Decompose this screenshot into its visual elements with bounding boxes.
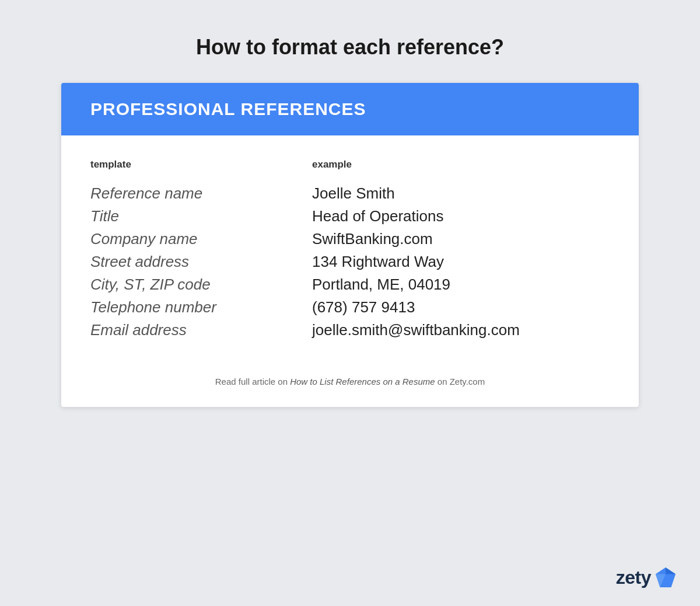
example-cell: SwiftBanking.com [312, 230, 610, 248]
table-row: TitleHead of Operations [90, 205, 610, 228]
page-title: How to format each reference? [196, 35, 504, 60]
card-footer: Read full article on How to List Referen… [61, 359, 639, 407]
template-cell: Company name [90, 230, 312, 248]
example-cell: Joelle Smith [312, 184, 610, 203]
footer-link-text[interactable]: How to List References on a Resume [290, 377, 435, 386]
example-cell: Portland, ME, 04019 [312, 276, 610, 294]
zety-brand-name: zety [616, 567, 651, 588]
svg-marker-1 [666, 567, 676, 574]
template-cell: Email address [90, 321, 312, 339]
example-column-header: example [312, 159, 610, 170]
table-row: Street address134 Rightward Way [90, 250, 610, 273]
template-cell: Reference name [90, 184, 312, 203]
zety-diamond-icon [654, 566, 677, 588]
table-row: Company nameSwiftBanking.com [90, 228, 610, 250]
example-cell: 134 Rightward Way [312, 253, 610, 271]
example-cell: (678) 757 9413 [312, 298, 610, 316]
zety-logo: zety [616, 566, 677, 588]
table-row: Telephone number(678) 757 9413 [90, 296, 610, 319]
table-row: Email addressjoelle.smith@swiftbanking.c… [90, 319, 610, 342]
card-body: template example Reference nameJoelle Sm… [61, 135, 639, 359]
example-cell: Head of Operations [312, 207, 610, 225]
card-header-title: PROFESSIONAL REFERENCES [90, 99, 366, 119]
table-row: City, ST, ZIP codePortland, ME, 04019 [90, 273, 610, 296]
reference-rows: Reference nameJoelle SmithTitleHead of O… [90, 182, 610, 342]
footer-text-after: on Zety.com [435, 377, 485, 386]
card-header: PROFESSIONAL REFERENCES [61, 83, 639, 135]
template-cell: Street address [90, 253, 312, 271]
template-column-header: template [90, 159, 312, 170]
footer-text-before: Read full article on [215, 377, 290, 386]
template-cell: City, ST, ZIP code [90, 276, 312, 294]
reference-card: PROFESSIONAL REFERENCES template example… [61, 83, 639, 407]
template-cell: Title [90, 207, 312, 225]
example-cell: joelle.smith@swiftbanking.com [312, 321, 610, 339]
table-row: Reference nameJoelle Smith [90, 182, 610, 205]
template-cell: Telephone number [90, 298, 312, 316]
columns-header: template example [90, 159, 610, 170]
